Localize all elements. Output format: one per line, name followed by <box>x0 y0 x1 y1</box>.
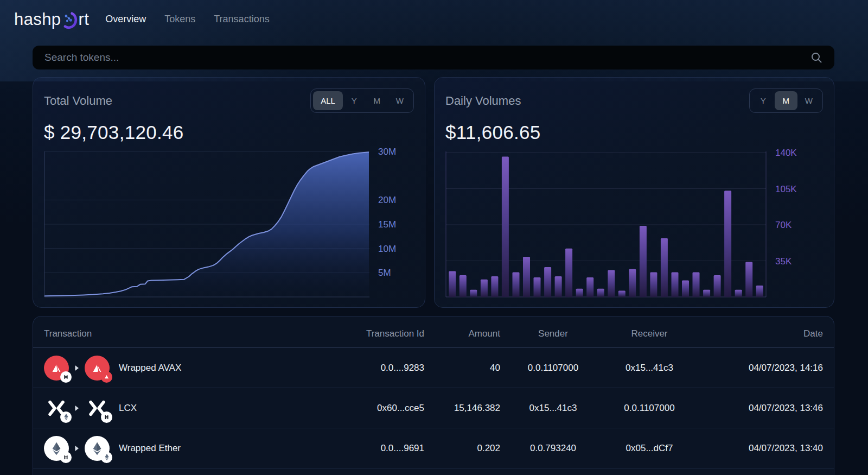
daily-volume-bar-11[interactable] <box>555 276 562 297</box>
arrow-right-icon <box>74 445 79 452</box>
daily-volumes-value: $11,606.65 <box>445 122 823 143</box>
transaction-cell: LCX <box>44 396 332 421</box>
daily-volume-bar-9[interactable] <box>534 277 541 297</box>
to-token-icon <box>85 356 110 381</box>
table-row[interactable]: Wrapped Ether0.0....96910.2020.0.7932400… <box>33 428 834 468</box>
daily-volume-bar-10[interactable] <box>544 267 551 297</box>
transaction-cell: Wrapped AVAX <box>44 356 332 381</box>
daily-volume-bar-8[interactable] <box>523 257 530 297</box>
daily-volume-bar-1[interactable] <box>449 271 456 297</box>
daily-volume-bar-5[interactable] <box>491 276 498 297</box>
table-row[interactable]: Wrapped AVAX0.0....9283400.0.11070000x15… <box>33 348 834 388</box>
from-token-icon <box>44 436 69 461</box>
period-option-w[interactable]: W <box>388 91 411 110</box>
daily-volume-bar-22[interactable] <box>672 272 679 297</box>
total-volume-period-toggle: ALLYMW <box>310 88 414 113</box>
brand-swirl-icon <box>61 10 78 30</box>
to-token-icon <box>85 436 110 461</box>
total-volume-chart: 30M20M15M10M5M <box>44 149 414 300</box>
daily-volume-bar-24[interactable] <box>693 272 700 297</box>
search-bar <box>33 46 834 69</box>
daily-volume-bar-30[interactable] <box>756 286 763 297</box>
eth-network-badge <box>60 411 72 423</box>
daily-volume-bar-6[interactable] <box>502 157 509 297</box>
area-ytick-20M: 20M <box>378 195 396 206</box>
daily-volume-bar-14[interactable] <box>586 277 593 297</box>
brand-text-left: hashp <box>14 11 61 28</box>
amount-cell: 15,146.382 <box>424 403 500 414</box>
daily-volume-bar-29[interactable] <box>745 262 752 297</box>
column-header-transaction: Transaction <box>44 328 332 339</box>
daily-volume-bar-23[interactable] <box>682 281 689 297</box>
transaction-id-cell: 0.0....9283 <box>332 363 424 373</box>
total-volume-title: Total Volume <box>44 94 112 108</box>
brand-logo[interactable]: hashp rt <box>14 10 89 28</box>
daily-volume-bar-19[interactable] <box>640 226 647 297</box>
daily-volume-bar-28[interactable] <box>735 290 742 297</box>
bar-ytick-70K: 70K <box>775 220 792 231</box>
receiver-cell: 0x15...41c3 <box>606 363 693 373</box>
column-header-receiver: Receiver <box>606 328 693 339</box>
daily-volumes-card: Daily Volumes YMW $11,606.65 <box>434 77 834 308</box>
period-option-y[interactable]: Y <box>343 91 366 110</box>
transactions-table: TransactionTransaction IdAmountSenderRec… <box>33 316 834 475</box>
daily-volume-bar-12[interactable] <box>565 249 572 297</box>
transaction-id-cell: 0.0....9691 <box>332 443 424 454</box>
search-input[interactable] <box>33 52 810 64</box>
hedera-network-badge <box>60 452 72 463</box>
eth-network-badge <box>101 452 112 463</box>
nav-item-transactions[interactable]: Transactions <box>214 14 269 25</box>
period-option-all[interactable]: ALL <box>313 91 343 110</box>
nav-item-overview[interactable]: Overview <box>105 14 146 25</box>
daily-volume-bar-20[interactable] <box>650 272 657 297</box>
column-header-amount: Amount <box>424 328 500 339</box>
hedera-network-badge <box>101 411 112 423</box>
nav-links: OverviewTokensTransactions <box>105 14 269 25</box>
daily-volume-bar-21[interactable] <box>661 238 668 297</box>
daily-volume-bar-25[interactable] <box>703 290 710 297</box>
column-header-sender: Sender <box>500 328 606 339</box>
sender-cell: 0.0.1107000 <box>500 363 606 373</box>
amount-cell: 0.202 <box>424 443 500 454</box>
nav-item-tokens[interactable]: Tokens <box>164 14 195 25</box>
period-option-w[interactable]: W <box>797 91 820 110</box>
daily-volume-bar-18[interactable] <box>629 269 636 297</box>
amount-cell: 40 <box>424 363 500 373</box>
sender-cell: 0.0.793240 <box>500 443 606 454</box>
to-token-icon <box>85 396 110 421</box>
bar-chart-svg <box>445 149 770 300</box>
date-cell: 04/07/2023, 14:16 <box>693 363 823 373</box>
daily-volume-bar-4[interactable] <box>481 280 488 297</box>
daily-volume-bar-16[interactable] <box>608 270 615 297</box>
from-token-icon <box>44 356 69 381</box>
daily-volume-bar-13[interactable] <box>576 289 583 297</box>
daily-volume-bar-17[interactable] <box>618 291 626 297</box>
daily-volume-bar-26[interactable] <box>714 275 721 297</box>
from-token-icon <box>44 396 69 421</box>
transaction-cell: Wrapped Ether <box>44 436 332 461</box>
brand-text-right: rt <box>78 11 89 28</box>
token-name: LCX <box>119 403 137 414</box>
area-ytick-15M: 15M <box>378 219 396 230</box>
search-icon[interactable] <box>810 52 822 64</box>
daily-volume-bar-2[interactable] <box>459 275 467 297</box>
token-name: Wrapped AVAX <box>119 363 181 373</box>
token-name: Wrapped Ether <box>119 443 181 454</box>
daily-volume-bar-3[interactable] <box>470 290 477 297</box>
charts-row: Total Volume ALLYMW $ 29,703,120.46 <box>33 77 834 308</box>
sender-cell: 0x15...41c3 <box>500 403 606 414</box>
daily-volume-bar-27[interactable] <box>724 191 731 297</box>
daily-volume-bar-7[interactable] <box>513 272 520 297</box>
table-body: Wrapped AVAX0.0....9283400.0.11070000x15… <box>33 348 834 468</box>
period-option-m[interactable]: M <box>366 91 388 110</box>
bar-ytick-105K: 105K <box>775 184 797 195</box>
daily-volumes-title: Daily Volumes <box>445 94 521 108</box>
daily-volume-bar-15[interactable] <box>597 289 604 297</box>
period-option-y[interactable]: Y <box>752 91 775 110</box>
area-ytick-10M: 10M <box>378 244 396 255</box>
area-ytick-30M: 30M <box>378 147 396 157</box>
period-option-m[interactable]: M <box>775 91 797 110</box>
bar-ytick-35K: 35K <box>775 256 792 267</box>
area-chart-yticks: 30M20M15M10M5M <box>373 149 404 300</box>
table-row[interactable]: LCX0x60...cce515,146.3820x15...41c30.0.1… <box>33 388 834 428</box>
